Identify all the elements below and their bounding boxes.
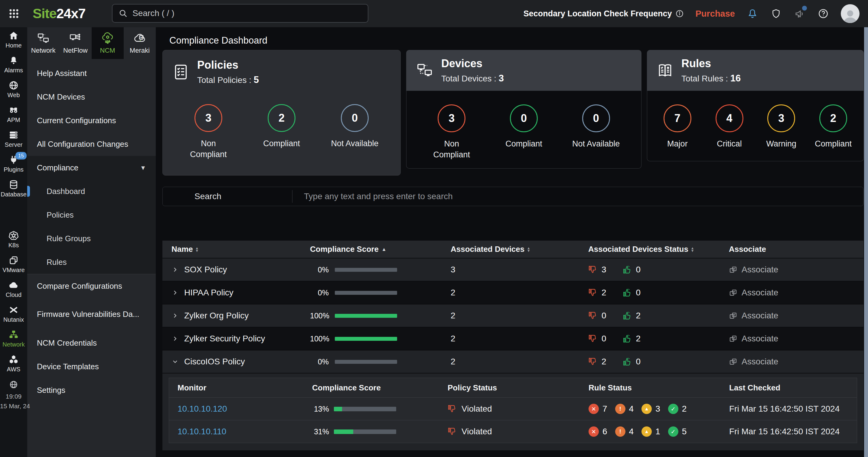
table-search-input[interactable]: Search Type any text and press enter to … [162,187,864,206]
thumbs-down-icon [588,311,597,320]
associate-button[interactable]: Associate [729,265,778,275]
associate-button[interactable]: Associate [729,288,778,297]
notifications-bell-icon[interactable] [746,7,758,20]
col-name[interactable]: Name ▴▾ [172,240,198,258]
rail-item-cloud[interactable]: Cloud [0,277,27,302]
purchase-link[interactable]: Purchase [695,9,735,19]
sidebar-item-device-templates[interactable]: Device Templates [27,355,156,378]
sort-asc-icon: ▲ [382,247,386,252]
vertical-scrollbar[interactable] [864,27,868,457]
progress-bar [335,337,397,341]
table-row[interactable]: Zylker Security Policy 100% 2 0 2 Associ… [162,327,864,350]
announcements-megaphone-icon[interactable] [794,7,806,20]
rail-item-network[interactable]: Network [0,326,27,351]
col-associated-devices[interactable]: Associated Devices ▴▾ [451,240,530,258]
vmware-icon [8,255,19,265]
associate-button[interactable]: Associate [729,357,778,367]
table-row[interactable]: Zylker Org Policy 100% 2 0 2 Associate [162,304,864,327]
tab-netflow[interactable]: NetFlow [59,27,91,59]
sidebar-item-compare-configurations[interactable]: Compare Configurations [27,274,156,298]
timezone-globe-icon [9,380,19,390]
score-percent: 31% [312,427,329,436]
plugins-count-badge: 15 [16,152,27,160]
sidebar-item-rule-groups[interactable]: Rule Groups [27,227,156,250]
associate-button[interactable]: Associate [729,311,778,320]
expand-chevron-icon[interactable] [172,289,179,296]
monitor-link[interactable]: 10.10.10.110 [178,427,226,436]
page-title: Compliance Dashboard [169,35,267,46]
thumbs-up-icon [623,311,632,320]
rail-item-aws[interactable]: AWS [0,351,27,376]
col-compliance-score[interactable]: Compliance Score ▲ [310,240,386,258]
devices-card: Devices Total Devices : 3 3 Non Complian… [406,50,642,169]
devices-monitors-icon [415,62,434,79]
shield-icon[interactable] [770,7,782,20]
rail-item-apm[interactable]: APM [0,102,27,126]
rail-item-plugins[interactable]: 15 Plugins [0,151,27,176]
chevron-down-icon: ▾ [141,164,145,172]
sidebar-item-firmware-vulnerabilities[interactable]: Firmware Vulnerabilities Da... [27,298,156,331]
progress-bar [335,360,397,364]
collapse-chevron-icon[interactable] [172,358,179,365]
monitor-link[interactable]: 10.10.10.120 [178,404,227,414]
sidebar-item-help-assistant[interactable]: Help Assistant [27,61,156,85]
sidebar-item-policies[interactable]: Policies [27,203,156,227]
sidebar-item-current-configurations[interactable]: Current Configurations [27,109,156,132]
rail-item-vmware[interactable]: VMware [0,252,27,277]
sidebar-item-all-configuration-changes[interactable]: All Configuration Changes [27,132,156,156]
devices-card-title: Devices [441,57,504,70]
global-search-input[interactable]: Search ( / ) [112,4,368,23]
monitor-row: 10.10.10.110 31% Violated ✕6 !4 ▲1 ✓ [169,420,857,443]
rail-time: 19:09 [0,392,27,401]
thumbs-up-icon [623,334,632,343]
table-row-expanded[interactable]: CiscoIOS Policy 0% 2 2 0 Associate [162,350,864,373]
rail-item-nutanix[interactable]: Nutanix [0,302,27,326]
network-topology-icon [8,330,19,340]
rail-item-web[interactable]: Web [0,77,27,102]
col-associated-devices-status[interactable]: Associated Devices Status ▴▾ [588,240,693,258]
policies-card-total: Total Policies : 5 [197,75,259,85]
rail-item-alarms[interactable]: Alarms [0,52,27,77]
stat-rules-warning: 3 Warning [757,105,805,161]
expand-chevron-icon[interactable] [172,266,179,273]
sidebar-menu: Help Assistant NCM Devices Current Confi… [27,59,156,402]
progress-bar [334,407,396,411]
info-icon[interactable] [675,9,684,18]
policy-status: Violated [447,398,492,420]
tab-meraki[interactable]: M Meraki [124,27,156,59]
help-icon[interactable] [817,7,829,20]
rail-item-home[interactable]: Home [0,27,27,52]
user-avatar[interactable] [841,4,860,23]
associated-devices-count: 3 [451,265,456,275]
stat-policies-not-available: 0 Not Available [329,104,381,160]
devices-card-total: Total Devices : 3 [441,73,504,84]
devices-status: 2 0 [588,350,641,373]
web-globe-icon [8,80,19,90]
score-percent: 100% [310,311,329,320]
rail-item-server[interactable]: Server [0,126,27,151]
rail-item-k8s[interactable]: K8s [0,227,27,252]
stat-rules-compliant: 2 Compliant [809,105,857,161]
sidebar-item-dashboard[interactable]: Dashboard [27,179,156,203]
rules-book-icon [656,62,674,79]
associated-devices-count: 2 [451,334,456,343]
policies-checklist-icon [172,63,190,81]
table-row[interactable]: SOX Policy 0% 3 3 0 Associate [162,258,864,281]
tab-ncm[interactable]: NCM [92,27,124,59]
sidebar-item-ncm-devices[interactable]: NCM Devices [27,85,156,109]
table-row[interactable]: HIPAA Policy 0% 2 2 0 Associate [162,281,864,304]
app-grid-icon[interactable] [7,7,21,20]
rail-item-database[interactable]: Database [0,176,27,201]
sidebar-item-rules[interactable]: Rules [27,250,156,274]
rule-status: ✕7 !4 ▲3 ✓2 [589,398,691,420]
associated-devices-count: 2 [451,288,456,297]
sidebar-item-ncm-credentials[interactable]: NCM Credentials [27,331,156,355]
expand-chevron-icon[interactable] [172,335,179,342]
summary-cards: Policies Total Policies : 5 3 Non Compli… [162,50,864,175]
table-search-placeholder: Type any text and press enter to search [292,192,453,201]
tab-network[interactable]: Network [27,27,59,59]
sidebar-item-compliance[interactable]: Compliance ▾ [27,156,156,179]
associate-button[interactable]: Associate [729,334,778,343]
sidebar-item-settings[interactable]: Settings [27,378,156,402]
expand-chevron-icon[interactable] [172,312,179,319]
